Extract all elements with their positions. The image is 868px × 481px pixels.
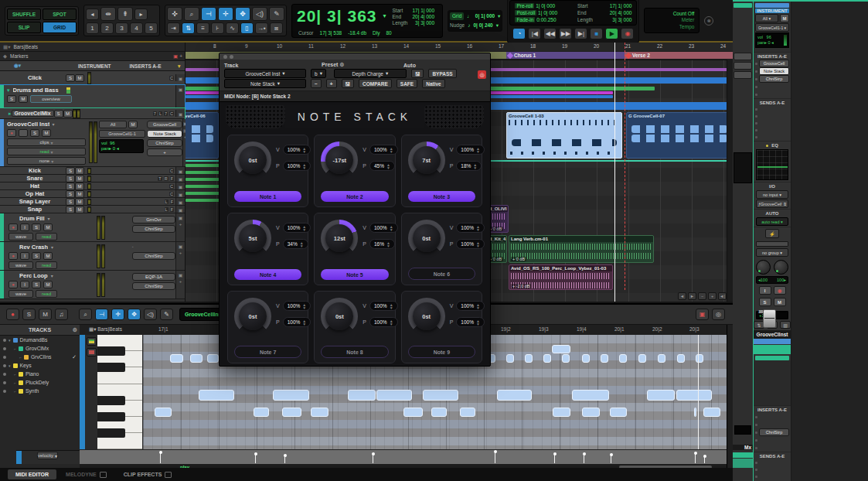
- black-key[interactable]: [97, 428, 125, 438]
- probability-field[interactable]: 18%▲▼: [456, 161, 482, 171]
- track-row-rev-crash[interactable]: Rev Crash▾●ISMwaveread▪ChnlStrp▣+: [0, 242, 185, 271]
- solo-button[interactable]: S: [7, 95, 16, 103]
- main-counter[interactable]: 20| 3| 363: [297, 6, 377, 26]
- bar-number-23[interactable]: 23: [689, 43, 694, 49]
- midi-note[interactable]: [572, 390, 609, 401]
- track-view-icon[interactable]: ▣: [175, 175, 185, 182]
- patch-selector[interactable]: GrooveCell1-1 ▾: [755, 23, 789, 32]
- bar-number-8[interactable]: 8: [213, 43, 216, 49]
- midi-note[interactable]: [497, 390, 532, 401]
- track-name[interactable]: Hat: [4, 183, 66, 189]
- mute-button[interactable]: M: [75, 175, 84, 183]
- mixer-send-empty[interactable]: [754, 120, 791, 127]
- velocity-stem[interactable]: [584, 454, 584, 463]
- insert-add-button[interactable]: +: [147, 148, 182, 156]
- group-selector[interactable]: no group ▾: [756, 248, 788, 257]
- solo-button[interactable]: S: [32, 223, 41, 231]
- track-badge[interactable]: R: [164, 176, 168, 181]
- bar-number-19[interactable]: 19: [562, 43, 567, 49]
- note-toggle-2[interactable]: Note 2: [321, 191, 388, 202]
- slip-mode-button[interactable]: SLIP: [7, 22, 41, 33]
- safe-button[interactable]: SAFE: [397, 79, 417, 88]
- midi-record-icon[interactable]: ●: [6, 309, 19, 320]
- stop-button[interactable]: ■: [590, 28, 603, 39]
- meter-label[interactable]: Meter: [649, 17, 694, 24]
- note-toggle-9[interactable]: Note 9: [408, 346, 475, 358]
- preset-save-icon[interactable]: 🖫: [411, 69, 424, 78]
- folder-caret-icon[interactable]: ▾: [7, 87, 10, 94]
- track-view-icon[interactable]: ▣: [175, 183, 185, 189]
- inserts-column-header[interactable]: INSERTS A-E: [130, 63, 162, 69]
- track-name[interactable]: GrooveCelMix: [12, 110, 54, 117]
- midi-zoom-tool-icon[interactable]: ⌕: [79, 309, 92, 320]
- midi-track-name[interactable]: Keys: [20, 363, 32, 368]
- semitone-knob[interactable]: -17st: [321, 142, 358, 179]
- bar-number-15[interactable]: 15: [435, 43, 441, 49]
- solo-button[interactable]: S: [66, 167, 75, 175]
- note-toggle-3[interactable]: Note 3: [408, 191, 475, 202]
- mixer-send-empty[interactable]: [754, 459, 791, 466]
- plugin-target-icon[interactable]: ◎: [478, 70, 486, 79]
- clips-view-selector[interactable]: clips▾: [7, 138, 86, 146]
- tab-melodyne[interactable]: MELODYNE: [58, 469, 114, 479]
- midi-note[interactable]: [199, 390, 234, 401]
- solo-button[interactable]: S: [66, 183, 75, 190]
- probability-field[interactable]: 34%▲▼: [283, 239, 308, 249]
- zoom-horizontal-icon[interactable]: ⇹: [100, 7, 116, 21]
- bar-number-18[interactable]: 18: [530, 43, 536, 49]
- marker-band-verse-2[interactable]: Verse 2: [625, 52, 733, 59]
- midi-note[interactable]: [460, 408, 475, 417]
- midi-note[interactable]: [601, 354, 608, 363]
- midi-note[interactable]: [403, 408, 423, 417]
- midi-note[interactable]: [638, 354, 646, 363]
- note-toggle-6[interactable]: Note 6: [408, 268, 475, 280]
- mute-button[interactable]: M: [63, 110, 73, 118]
- track-badge[interactable]: F: [170, 176, 174, 181]
- input-monitor-button[interactable]: [19, 129, 28, 137]
- midi-selector-tool-icon[interactable]: ✛: [111, 309, 124, 320]
- plugin-window-chrome[interactable]: [220, 53, 490, 60]
- velocity-scale-field[interactable]: 100%▲▼: [369, 301, 398, 311]
- mixer-insert-chnlstrp[interactable]: ChnlStrp: [759, 75, 789, 83]
- track-badge[interactable]: C: [169, 192, 174, 196]
- midi-note[interactable]: [553, 408, 570, 417]
- semitone-knob[interactable]: 0st: [234, 142, 271, 179]
- velocity-stem[interactable]: [160, 452, 161, 463]
- insert-chnlstrp[interactable]: ChnlStrp: [132, 282, 175, 290]
- marker-plus-icon[interactable]: +: [179, 53, 182, 60]
- midi-note[interactable]: [506, 354, 514, 363]
- insert-grnovr[interactable]: GrnOvr: [132, 216, 175, 223]
- bar-number-12[interactable]: 12: [340, 43, 345, 49]
- track-view-icon[interactable]: ▣: [175, 74, 185, 81]
- notation-view-icon[interactable]: ♫: [55, 309, 68, 320]
- insert-empty-slot[interactable]: ▪: [132, 244, 175, 251]
- track-badge[interactable]: F: [170, 200, 174, 204]
- track-caret-icon[interactable]: ▾: [51, 273, 53, 278]
- metronome-icon[interactable]: ◔: [512, 28, 526, 39]
- realtime-props-selector[interactable]: none▾: [7, 157, 86, 165]
- mixer-insert-empty[interactable]: [754, 444, 791, 452]
- mute-button[interactable]: M: [43, 252, 53, 260]
- snap-grid-icon[interactable]: ∿: [226, 22, 239, 34]
- preset-minus-button[interactable]: −: [311, 79, 322, 88]
- track-view-icon[interactable]: ▣: [175, 110, 185, 117]
- midi-trim-tool-icon[interactable]: ⊣: [95, 309, 108, 320]
- pan-knob[interactable]: [774, 260, 788, 275]
- zoom-left-arrow-icon[interactable]: ◂: [86, 9, 99, 20]
- track-row-op-hat[interactable]: Op HatSMC▣: [0, 190, 185, 198]
- track-name[interactable]: GrooveCell Inst: [7, 121, 49, 128]
- track-row-perc-loop[interactable]: Perc Loop▾●ISMwavereadEQP-1AChnlStrp▣+: [0, 271, 185, 299]
- midi-track-selector[interactable]: GrooveCellInst: [185, 312, 223, 317]
- mixer-insert-note-stack[interactable]: Note Stack: [759, 67, 789, 75]
- solo-button[interactable]: S: [54, 110, 63, 118]
- piano-keyboard[interactable]: [97, 335, 142, 450]
- insert-groovecell[interactable]: GrooveCell: [147, 121, 182, 128]
- solo-button[interactable]: S: [32, 252, 41, 260]
- midi-note[interactable]: [543, 354, 551, 363]
- mixer-send-empty[interactable]: [754, 127, 791, 134]
- plugin-slot-selector[interactable]: b ▾: [311, 69, 326, 78]
- probability-field[interactable]: 45%▲▼: [369, 161, 395, 171]
- velocity-scale-field[interactable]: 100%▲▼: [283, 301, 311, 311]
- velocity-stem[interactable]: [611, 455, 611, 463]
- track-badge[interactable]: 7: [153, 111, 157, 116]
